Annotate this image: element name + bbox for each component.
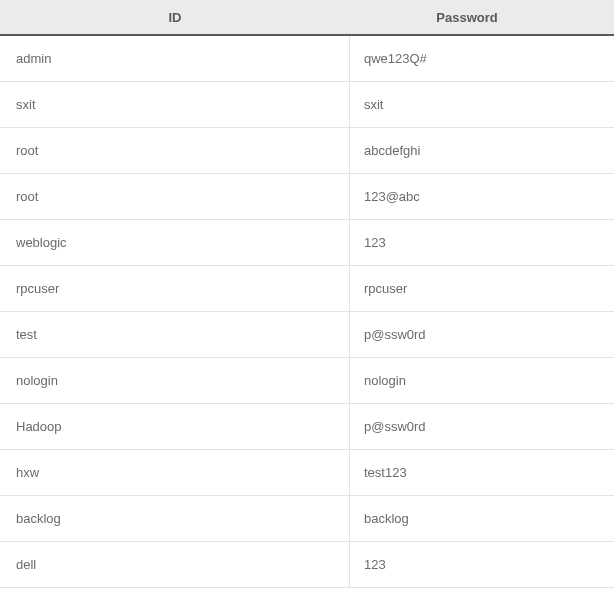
cell-password: 123 <box>350 542 614 587</box>
cell-id: rpcuser <box>0 266 350 311</box>
table-row: weblogic123 <box>0 220 614 266</box>
table-row: rpcuserrpcuser <box>0 266 614 312</box>
cell-id: sxit <box>0 82 350 127</box>
cell-password: p@ssw0rd <box>350 404 614 449</box>
cell-id: weblogic <box>0 220 350 265</box>
cell-id: hxw <box>0 450 350 495</box>
cell-id: nologin <box>0 358 350 403</box>
credentials-table: ID Password adminqwe123Q#sxitsxitrootabc… <box>0 0 614 588</box>
header-password: Password <box>350 10 614 25</box>
cell-id: Hadoop <box>0 404 350 449</box>
table-row: hxwtest123 <box>0 450 614 496</box>
cell-password: 123 <box>350 220 614 265</box>
table-row: adminqwe123Q# <box>0 36 614 82</box>
table-row: sxitsxit <box>0 82 614 128</box>
table-row: rootabcdefghi <box>0 128 614 174</box>
table-row: dell123 <box>0 542 614 588</box>
cell-id: admin <box>0 36 350 81</box>
table-row: Hadoopp@ssw0rd <box>0 404 614 450</box>
cell-password: backlog <box>350 496 614 541</box>
table-row: nologinnologin <box>0 358 614 404</box>
cell-password: sxit <box>350 82 614 127</box>
table-body: adminqwe123Q#sxitsxitrootabcdefghiroot12… <box>0 36 614 588</box>
table-row: backlogbacklog <box>0 496 614 542</box>
cell-password: abcdefghi <box>350 128 614 173</box>
cell-password: nologin <box>350 358 614 403</box>
cell-id: root <box>0 174 350 219</box>
table-row: testp@ssw0rd <box>0 312 614 358</box>
header-row: ID Password <box>0 0 614 36</box>
cell-id: backlog <box>0 496 350 541</box>
cell-password: 123@abc <box>350 174 614 219</box>
cell-id: dell <box>0 542 350 587</box>
header-id: ID <box>0 10 350 25</box>
cell-password: qwe123Q# <box>350 36 614 81</box>
table-row: root123@abc <box>0 174 614 220</box>
cell-password: rpcuser <box>350 266 614 311</box>
cell-password: test123 <box>350 450 614 495</box>
cell-id: root <box>0 128 350 173</box>
cell-password: p@ssw0rd <box>350 312 614 357</box>
table-header: ID Password <box>0 0 614 36</box>
cell-id: test <box>0 312 350 357</box>
